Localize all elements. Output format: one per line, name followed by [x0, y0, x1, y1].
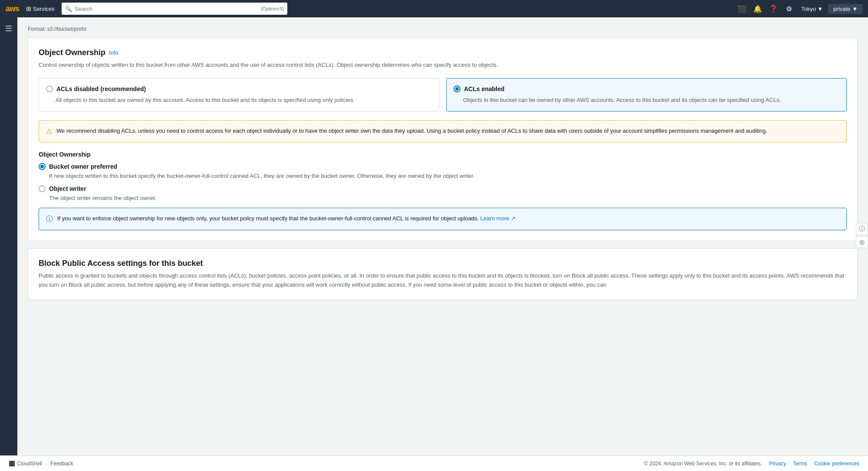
acls-enabled-card[interactable]: ACLs enabled Objects in this bucket can …	[446, 78, 847, 112]
sidebar: ☰	[0, 17, 17, 455]
acls-enabled-radio[interactable]	[454, 85, 460, 92]
object-writer-desc: The object writer remains the object own…	[39, 194, 847, 203]
search-input[interactable]	[75, 6, 259, 12]
search-hint: [Option+S]	[261, 6, 284, 11]
notifications-btn[interactable]: 🔔	[751, 2, 765, 16]
services-menu[interactable]: ⊞ Services	[23, 3, 58, 14]
settings-btn[interactable]: ⚙	[782, 2, 796, 16]
nav-right-icons: ⬛ 🔔 ❓ ⚙ Tokyo ▼ private ▼	[735, 2, 863, 16]
object-ownership-desc: Control ownership of objects written to …	[39, 61, 847, 69]
float-location-btn[interactable]: ◎	[856, 236, 868, 248]
bucket-owner-preferred-title: Bucket owner preferred	[49, 163, 117, 170]
acl-warning-box: ⚠ We recommend disabling ACLs, unless yo…	[39, 120, 847, 142]
bell-icon: 🔔	[753, 5, 762, 13]
object-writer-title: Object writer	[49, 185, 86, 192]
bucket-owner-preferred-header: Bucket owner preferred	[39, 163, 847, 170]
info-circle-icon: ⓘ	[46, 215, 53, 224]
warning-text: We recommend disabling ACLs, unless you …	[56, 127, 767, 136]
hamburger-icon: ☰	[5, 24, 12, 33]
terminal-icon: ⬛	[738, 5, 746, 13]
settings-icon: ⚙	[786, 5, 792, 13]
account-label: private	[833, 6, 850, 12]
acl-radio-cards: ACLs disabled (recommended) All objects …	[39, 78, 847, 112]
main-content: Format: s3://bucket/prefix Object Owners…	[17, 17, 868, 455]
chevron-down-icon: ▼	[817, 6, 823, 12]
float-info-icon: ⓘ	[859, 225, 865, 233]
right-float-panel: ⓘ ◎	[856, 223, 868, 248]
search-icon: 🔍	[65, 6, 72, 12]
acls-disabled-card[interactable]: ACLs disabled (recommended) All objects …	[39, 78, 439, 112]
services-label: Services	[33, 6, 55, 12]
bucket-owner-preferred-radio[interactable]	[39, 163, 46, 170]
acls-enabled-header: ACLs enabled	[454, 85, 839, 92]
object-writer-header: Object writer	[39, 185, 847, 192]
grid-icon: ⊞	[26, 5, 31, 12]
acls-enabled-title: ACLs enabled	[464, 85, 504, 92]
acls-enabled-desc: Objects in this bucket can be owned by o…	[454, 96, 839, 105]
format-hint: Format: s3://bucket/prefix	[28, 26, 858, 32]
object-ownership-title-text: Object Ownership	[39, 48, 105, 57]
warning-triangle-icon: ⚠	[46, 127, 52, 136]
account-chevron-icon: ▼	[852, 6, 858, 12]
acls-disabled-header: ACLs disabled (recommended)	[46, 85, 432, 92]
help-btn[interactable]: ❓	[766, 2, 780, 16]
top-navigation: aws ⊞ Services 🔍 [Option+S] ⬛ 🔔 ❓ ⚙ Toky…	[0, 0, 868, 17]
float-location-icon: ◎	[859, 239, 865, 245]
learn-more-link[interactable]: Learn more ↗	[480, 215, 516, 222]
object-ownership-card: Object Ownership Info Control ownership …	[28, 37, 858, 241]
ownership-sub-label: Object Ownership	[39, 151, 847, 158]
external-link-icon: ↗	[511, 215, 516, 222]
object-writer-option[interactable]: Object writer The object writer remains …	[39, 185, 847, 203]
float-info-btn[interactable]: ⓘ	[856, 223, 868, 235]
object-ownership-info-link[interactable]: Info	[109, 49, 118, 56]
account-selector[interactable]: private ▼	[828, 4, 863, 14]
search-bar[interactable]: 🔍 [Option+S]	[62, 3, 287, 15]
region-selector[interactable]: Tokyo ▼	[798, 4, 826, 14]
aws-logo[interactable]: aws	[5, 2, 19, 16]
ownership-info-box: ⓘ If you want to enforce object ownershi…	[39, 208, 847, 230]
info-box-text: If you want to enforce object ownership …	[57, 214, 516, 224]
acls-disabled-desc: All objects in this bucket are owned by …	[46, 96, 432, 105]
info-box-main-text: If you want to enforce object ownership …	[57, 215, 479, 222]
object-ownership-title: Object Ownership Info	[39, 48, 847, 57]
terminal-icon-btn[interactable]: ⬛	[735, 2, 749, 16]
help-icon: ❓	[769, 5, 778, 13]
bucket-owner-preferred-option[interactable]: Bucket owner preferred If new objects wr…	[39, 163, 847, 180]
block-public-access-card: Block Public Access settings for this bu…	[28, 248, 858, 301]
acls-disabled-title: ACLs disabled (recommended)	[56, 85, 146, 92]
bucket-owner-preferred-desc: If new objects written to this bucket sp…	[39, 172, 847, 180]
object-writer-radio[interactable]	[39, 185, 46, 192]
block-public-access-title: Block Public Access settings for this bu…	[39, 259, 847, 268]
block-public-access-desc: Public access is granted to buckets and …	[39, 271, 847, 290]
region-label: Tokyo	[801, 6, 816, 12]
sidebar-menu-btn[interactable]: ☰	[1, 21, 16, 36]
acls-disabled-radio[interactable]	[46, 85, 53, 92]
